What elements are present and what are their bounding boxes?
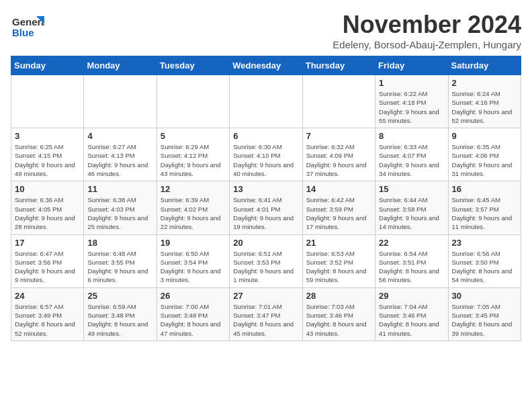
cell-day-number: 5	[161, 131, 226, 141]
cell-info: Sunrise: 6:41 AM Sunset: 4:01 PM Dayligh…	[233, 195, 298, 231]
cell-info: Sunrise: 6:50 AM Sunset: 3:54 PM Dayligh…	[161, 249, 226, 285]
calendar-cell: 18Sunrise: 6:48 AM Sunset: 3:55 PM Dayli…	[84, 234, 157, 287]
calendar-cell: 13Sunrise: 6:41 AM Sunset: 4:01 PM Dayli…	[230, 181, 302, 234]
calendar-cell: 30Sunrise: 7:05 AM Sunset: 3:45 PM Dayli…	[448, 287, 521, 340]
cell-info: Sunrise: 6:36 AM Sunset: 4:05 PM Dayligh…	[15, 195, 80, 231]
cell-day-number: 8	[379, 131, 444, 141]
calendar-header-saturday: Saturday	[448, 56, 521, 75]
cell-day-number: 1	[379, 78, 444, 88]
cell-info: Sunrise: 6:45 AM Sunset: 3:57 PM Dayligh…	[452, 195, 517, 231]
calendar-cell: 12Sunrise: 6:39 AM Sunset: 4:02 PM Dayli…	[157, 181, 229, 234]
cell-day-number: 15	[379, 184, 444, 194]
cell-day-number: 3	[15, 131, 80, 141]
calendar-cell: 29Sunrise: 7:04 AM Sunset: 3:46 PM Dayli…	[375, 287, 448, 340]
cell-day-number: 19	[161, 238, 226, 248]
cell-day-number: 13	[233, 184, 298, 194]
title-area: November 2024 Edeleny, Borsod-Abauj-Zemp…	[332, 11, 521, 50]
cell-day-number: 4	[87, 131, 152, 141]
cell-info: Sunrise: 6:22 AM Sunset: 4:18 PM Dayligh…	[379, 89, 444, 125]
cell-day-number: 30	[452, 291, 517, 301]
calendar-cell: 26Sunrise: 7:00 AM Sunset: 3:48 PM Dayli…	[157, 287, 229, 340]
calendar-week-row: 17Sunrise: 6:47 AM Sunset: 3:56 PM Dayli…	[11, 234, 521, 287]
calendar-header-thursday: Thursday	[302, 56, 375, 75]
svg-text:Blue: Blue	[12, 27, 34, 38]
cell-day-number: 28	[306, 291, 371, 301]
cell-info: Sunrise: 6:42 AM Sunset: 3:59 PM Dayligh…	[306, 195, 371, 231]
cell-info: Sunrise: 7:01 AM Sunset: 3:47 PM Dayligh…	[233, 302, 298, 338]
cell-info: Sunrise: 6:27 AM Sunset: 4:13 PM Dayligh…	[87, 142, 152, 178]
cell-info: Sunrise: 6:35 AM Sunset: 4:06 PM Dayligh…	[452, 142, 517, 178]
calendar-cell: 10Sunrise: 6:36 AM Sunset: 4:05 PM Dayli…	[11, 181, 84, 234]
calendar-cell: 3Sunrise: 6:25 AM Sunset: 4:15 PM Daylig…	[11, 128, 84, 181]
cell-day-number: 29	[379, 291, 444, 301]
cell-day-number: 17	[15, 238, 80, 248]
cell-day-number: 12	[161, 184, 226, 194]
cell-day-number: 25	[87, 291, 152, 301]
calendar-cell: 22Sunrise: 6:54 AM Sunset: 3:51 PM Dayli…	[375, 234, 448, 287]
cell-day-number: 20	[233, 238, 298, 248]
cell-info: Sunrise: 6:53 AM Sunset: 3:52 PM Dayligh…	[306, 249, 371, 285]
cell-info: Sunrise: 6:48 AM Sunset: 3:55 PM Dayligh…	[87, 249, 152, 285]
cell-info: Sunrise: 6:33 AM Sunset: 4:07 PM Dayligh…	[379, 142, 444, 178]
cell-info: Sunrise: 7:00 AM Sunset: 3:48 PM Dayligh…	[161, 302, 226, 338]
cell-day-number: 16	[452, 184, 517, 194]
cell-info: Sunrise: 6:51 AM Sunset: 3:53 PM Dayligh…	[233, 249, 298, 285]
calendar-header-wednesday: Wednesday	[230, 56, 302, 75]
calendar-cell: 23Sunrise: 6:56 AM Sunset: 3:50 PM Dayli…	[448, 234, 521, 287]
page-subtitle: Edeleny, Borsod-Abauj-Zemplen, Hungary	[332, 39, 521, 50]
cell-day-number: 26	[161, 291, 226, 301]
calendar-week-row: 10Sunrise: 6:36 AM Sunset: 4:05 PM Dayli…	[11, 181, 521, 234]
cell-day-number: 9	[452, 131, 517, 141]
calendar-cell: 24Sunrise: 6:57 AM Sunset: 3:49 PM Dayli…	[11, 287, 84, 340]
calendar-cell: 14Sunrise: 6:42 AM Sunset: 3:59 PM Dayli…	[302, 181, 375, 234]
calendar-cell: 20Sunrise: 6:51 AM Sunset: 3:53 PM Dayli…	[230, 234, 302, 287]
cell-day-number: 2	[452, 78, 517, 88]
calendar-cell: 28Sunrise: 7:03 AM Sunset: 3:46 PM Dayli…	[302, 287, 375, 340]
cell-info: Sunrise: 6:29 AM Sunset: 4:12 PM Dayligh…	[161, 142, 226, 178]
cell-day-number: 10	[15, 184, 80, 194]
calendar-cell: 21Sunrise: 6:53 AM Sunset: 3:52 PM Dayli…	[302, 234, 375, 287]
cell-info: Sunrise: 6:54 AM Sunset: 3:51 PM Dayligh…	[379, 249, 444, 285]
calendar-cell: 19Sunrise: 6:50 AM Sunset: 3:54 PM Dayli…	[157, 234, 229, 287]
cell-info: Sunrise: 6:57 AM Sunset: 3:49 PM Dayligh…	[15, 302, 80, 338]
calendar-header-row: SundayMondayTuesdayWednesdayThursdayFrid…	[11, 56, 521, 75]
calendar-cell: 9Sunrise: 6:35 AM Sunset: 4:06 PM Daylig…	[448, 128, 521, 181]
cell-info: Sunrise: 6:39 AM Sunset: 4:02 PM Dayligh…	[161, 195, 226, 231]
cell-info: Sunrise: 7:05 AM Sunset: 3:45 PM Dayligh…	[452, 302, 517, 338]
calendar-cell: 6Sunrise: 6:30 AM Sunset: 4:10 PM Daylig…	[230, 128, 302, 181]
calendar-week-row: 1Sunrise: 6:22 AM Sunset: 4:18 PM Daylig…	[11, 75, 521, 128]
calendar-header-monday: Monday	[84, 56, 157, 75]
calendar-header-friday: Friday	[375, 56, 448, 75]
cell-info: Sunrise: 7:04 AM Sunset: 3:46 PM Dayligh…	[379, 302, 444, 338]
cell-info: Sunrise: 7:03 AM Sunset: 3:46 PM Dayligh…	[306, 302, 371, 338]
calendar-cell: 1Sunrise: 6:22 AM Sunset: 4:18 PM Daylig…	[375, 75, 448, 128]
calendar-cell: 15Sunrise: 6:44 AM Sunset: 3:58 PM Dayli…	[375, 181, 448, 234]
cell-day-number: 14	[306, 184, 371, 194]
logo-icon: General Blue	[11, 11, 44, 44]
calendar-cell: 16Sunrise: 6:45 AM Sunset: 3:57 PM Dayli…	[448, 181, 521, 234]
cell-day-number: 11	[87, 184, 152, 194]
cell-info: Sunrise: 6:25 AM Sunset: 4:15 PM Dayligh…	[15, 142, 80, 178]
cell-day-number: 22	[379, 238, 444, 248]
calendar-cell: 27Sunrise: 7:01 AM Sunset: 3:47 PM Dayli…	[230, 287, 302, 340]
calendar-cell: 5Sunrise: 6:29 AM Sunset: 4:12 PM Daylig…	[157, 128, 229, 181]
calendar-week-row: 3Sunrise: 6:25 AM Sunset: 4:15 PM Daylig…	[11, 128, 521, 181]
header: General Blue November 2024 Edeleny, Bors…	[11, 11, 521, 50]
calendar-cell: 25Sunrise: 6:59 AM Sunset: 3:48 PM Dayli…	[84, 287, 157, 340]
calendar-cell: 7Sunrise: 6:32 AM Sunset: 4:09 PM Daylig…	[302, 128, 375, 181]
calendar-week-row: 24Sunrise: 6:57 AM Sunset: 3:49 PM Dayli…	[11, 287, 521, 340]
cell-info: Sunrise: 6:24 AM Sunset: 4:16 PM Dayligh…	[452, 89, 517, 125]
cell-day-number: 6	[233, 131, 298, 141]
calendar-cell: 8Sunrise: 6:33 AM Sunset: 4:07 PM Daylig…	[375, 128, 448, 181]
calendar-cell	[11, 75, 84, 128]
cell-info: Sunrise: 6:47 AM Sunset: 3:56 PM Dayligh…	[15, 249, 80, 285]
calendar-cell	[84, 75, 157, 128]
cell-info: Sunrise: 6:44 AM Sunset: 3:58 PM Dayligh…	[379, 195, 444, 231]
calendar-table: SundayMondayTuesdayWednesdayThursdayFrid…	[11, 56, 521, 341]
calendar-cell: 17Sunrise: 6:47 AM Sunset: 3:56 PM Dayli…	[11, 234, 84, 287]
calendar-header-tuesday: Tuesday	[157, 56, 229, 75]
calendar-cell: 2Sunrise: 6:24 AM Sunset: 4:16 PM Daylig…	[448, 75, 521, 128]
calendar-cell	[302, 75, 375, 128]
cell-day-number: 7	[306, 131, 371, 141]
cell-day-number: 21	[306, 238, 371, 248]
